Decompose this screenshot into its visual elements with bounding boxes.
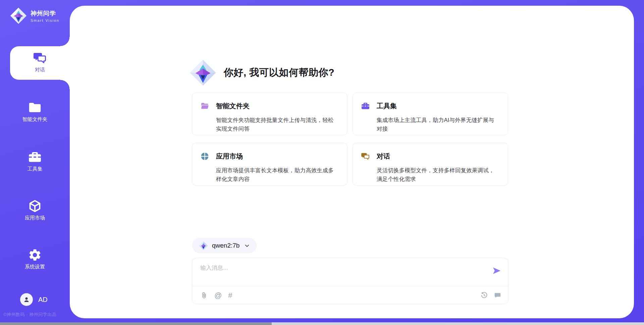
toolbox-icon: [361, 102, 370, 111]
send-button[interactable]: [492, 266, 501, 275]
card-title: 对话: [377, 151, 499, 163]
brand: 神州问学 Smart Vision: [10, 7, 59, 24]
message-composer: @ #: [192, 258, 508, 304]
card-smart-folder[interactable]: 智能文件夹 智能文件夹功能支持批量文件上传与清洗，轻松实现文件问答: [192, 92, 347, 135]
model-gem-icon: [199, 241, 208, 250]
paperclip-icon: [200, 291, 208, 299]
sidebar: 神州问学 Smart Vision 对话 智能文件夹 工具集 应用市场: [0, 0, 70, 319]
user-name: AD: [38, 296, 48, 304]
sidebar-item-chat[interactable]: 对话: [10, 46, 70, 80]
main-content: 你好, 我可以如何帮助你? 智能文件夹 智能文件夹功能支持批量文件上传与清洗，轻…: [70, 6, 634, 318]
card-title: 工具集: [377, 101, 499, 113]
brand-gem-icon: [10, 7, 27, 24]
copyright-text: ©神州数码 · 神州问学出品: [3, 312, 56, 318]
composer-toolbar: @ #: [200, 286, 501, 304]
composer-right-tools: [480, 291, 501, 299]
send-icon: [492, 266, 501, 275]
model-selector[interactable]: qwen2:7b: [192, 238, 257, 253]
history-button[interactable]: [480, 291, 488, 299]
hero: 你好, 我可以如何帮助你?: [190, 59, 334, 86]
history-clock-icon: [480, 291, 488, 299]
card-desc: 智能文件夹功能支持批量文件上传与清洗，轻松实现文件问答: [216, 116, 338, 135]
horizontal-scrollbar-thumb[interactable]: [0, 322, 272, 325]
brand-name: 神州问学: [31, 9, 59, 17]
folder-open-icon: [200, 102, 209, 111]
sidebar-item-smart-folder[interactable]: 智能文件夹: [0, 101, 70, 123]
horizontal-scrollbar: [0, 322, 644, 325]
card-chat[interactable]: 对话 灵活切换多模型文件，支持多样回复效果调试，满足个性化需求: [353, 143, 508, 186]
hash-icon: #: [228, 292, 232, 299]
sidebar-item-label: 工具集: [0, 166, 70, 172]
cube-icon: [28, 199, 42, 213]
chat-bubbles-icon: [361, 152, 370, 161]
card-toolbox[interactable]: 工具集 集成市场上主流工具，助力AI与外界无缝扩展与对接: [353, 92, 508, 135]
folder-icon: [28, 101, 42, 115]
sidebar-item-settings[interactable]: 系统设置: [0, 248, 70, 270]
mention-button[interactable]: @: [214, 292, 222, 299]
card-title: 应用市场: [216, 151, 338, 163]
sidebar-item-label: 智能文件夹: [0, 116, 70, 123]
app-market-icon: [200, 152, 209, 161]
greeting-title: 你好, 我可以如何帮助你?: [224, 66, 334, 79]
model-selector-value: qwen2:7b: [212, 242, 239, 249]
avatar: [20, 293, 33, 306]
card-title: 智能文件夹: [216, 101, 338, 113]
feedback-button[interactable]: [494, 291, 501, 299]
gear-icon: [28, 248, 42, 262]
card-desc: 灵活切换多模型文件，支持多样回复效果调试，满足个性化需求: [377, 166, 499, 185]
attach-file-button[interactable]: [200, 291, 208, 299]
sidebar-item-label: 系统设置: [0, 264, 70, 270]
topic-button[interactable]: #: [228, 292, 232, 299]
sidebar-item-label: 对话: [10, 67, 70, 73]
user-profile[interactable]: AD: [20, 293, 48, 306]
card-desc: 应用市场提供丰富长文本模板，助力高效生成多样化文章内容: [216, 166, 338, 185]
message-input[interactable]: [200, 264, 485, 283]
brand-subtitle: Smart Vision: [31, 18, 59, 22]
person-icon: [22, 296, 31, 304]
feature-cards: 智能文件夹 智能文件夹功能支持批量文件上传与清洗，轻松实现文件问答 工具集 集成…: [192, 92, 508, 186]
card-desc: 集成市场上主流工具，助力AI与外界无缝扩展与对接: [377, 116, 499, 135]
chat-bubble-solid-icon: [494, 291, 501, 299]
mention-icon: @: [214, 292, 222, 299]
chat-bubbles-icon: [33, 51, 47, 65]
hero-gem-icon: [190, 59, 216, 86]
sidebar-item-app-market[interactable]: 应用市场: [0, 199, 70, 221]
sidebar-item-toolbox[interactable]: 工具集: [0, 150, 70, 172]
sidebar-item-label: 应用市场: [0, 215, 70, 221]
card-app-market[interactable]: 应用市场 应用市场提供丰富长文本模板，助力高效生成多样化文章内容: [192, 143, 347, 186]
toolbox-icon: [28, 150, 42, 164]
chevron-down-icon: [244, 243, 250, 249]
